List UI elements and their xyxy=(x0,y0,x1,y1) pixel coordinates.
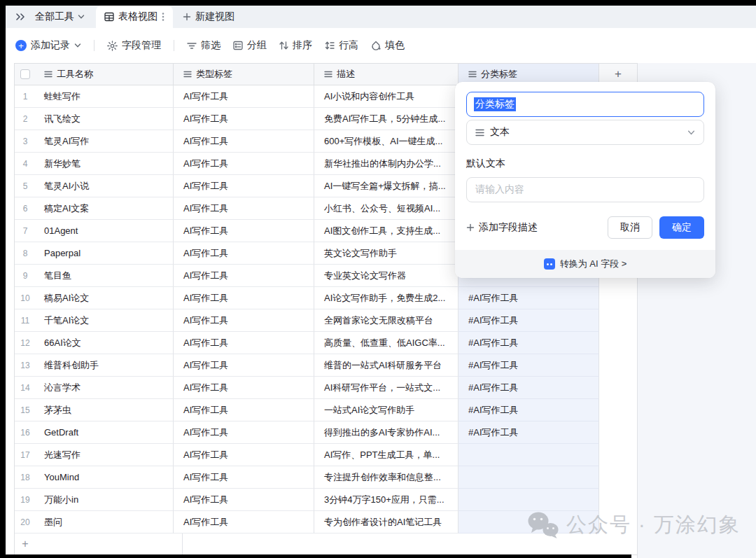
wechat-bubbles-icon xyxy=(527,511,559,539)
type-tag-cell[interactable]: AI写作工具 xyxy=(174,466,314,489)
type-tag-cell[interactable]: AI写作工具 xyxy=(174,153,314,175)
category-tag-cell[interactable] xyxy=(458,444,599,466)
sort-icon xyxy=(279,41,288,50)
field-name-input[interactable]: 分类标签 xyxy=(466,92,704,117)
row-height-icon xyxy=(325,41,335,50)
description-cell[interactable]: 专业英文论文写作器 xyxy=(314,265,458,287)
tool-name-cell[interactable]: 10稿易AI论文 xyxy=(15,287,174,309)
type-tag-cell[interactable]: AI写作工具 xyxy=(174,399,314,421)
tool-name-cell[interactable]: 2讯飞绘文 xyxy=(15,108,174,130)
description-cell[interactable]: AI图文创作工具，支持生成... xyxy=(314,220,458,242)
type-tag-cell[interactable]: AI写作工具 xyxy=(174,332,314,354)
type-tag-cell[interactable]: AI写作工具 xyxy=(174,85,314,108)
category-tag-cell[interactable]: #AI写作工具 xyxy=(458,332,599,354)
type-tag-cell[interactable]: AI写作工具 xyxy=(174,511,314,533)
description-cell[interactable]: AI论文写作助手，免费生成2... xyxy=(314,287,458,309)
row-height-button[interactable]: 行高 xyxy=(325,39,358,52)
category-tag-cell[interactable] xyxy=(458,489,599,511)
type-tag-cell[interactable]: AI写作工具 xyxy=(174,265,314,287)
description-cell[interactable]: 小红书、公众号、短视频AI... xyxy=(314,197,458,220)
description-cell[interactable]: AI科研写作平台，一站式文... xyxy=(314,377,458,399)
field-type-select[interactable]: 文本 xyxy=(466,120,704,145)
tool-name-cell[interactable]: 1蛙蛙写作 xyxy=(15,85,174,108)
default-text-input[interactable]: 请输入内容 xyxy=(466,177,704,202)
description-cell[interactable]: AI小说和内容创作工具 xyxy=(314,85,458,108)
type-tag-cell[interactable]: AI写作工具 xyxy=(174,489,314,511)
tool-name-cell[interactable]: 1266AI论文 xyxy=(15,332,174,354)
sort-button[interactable]: 排序 xyxy=(279,39,312,52)
description-cell[interactable]: 专为创作者设计的AI笔记工具 xyxy=(314,511,458,533)
type-tag-cell[interactable]: AI写作工具 xyxy=(174,354,314,377)
category-tag-cell[interactable]: #AI写作工具 xyxy=(458,309,599,332)
new-view-button[interactable]: 新建视图 xyxy=(173,11,244,23)
tool-name-cell[interactable]: 5笔灵AI小说 xyxy=(15,175,174,197)
description-cell[interactable]: 维普的一站式AI科研服务平台 xyxy=(314,354,458,377)
description-cell[interactable]: 600+写作模板、AI一键生成... xyxy=(314,130,458,153)
type-tag-cell[interactable]: AI写作工具 xyxy=(174,242,314,265)
category-tag-cell[interactable] xyxy=(458,466,599,489)
type-tag-cell[interactable]: AI写作工具 xyxy=(174,287,314,309)
tool-name-cell[interactable]: 701Agent xyxy=(15,220,174,242)
group-button[interactable]: 分组 xyxy=(233,39,267,52)
category-tag-cell[interactable]: #AI写作工具 xyxy=(458,421,599,444)
column-header-type-tag[interactable]: 类型标签 xyxy=(174,64,314,85)
tool-name-cell[interactable]: 6稿定AI文案 xyxy=(15,197,174,220)
description-cell[interactable]: 专注提升创作效率和信息整... xyxy=(314,466,458,489)
tab-menu-kebab-icon[interactable] xyxy=(162,12,164,22)
description-cell[interactable]: 3分钟4万字150+应用，只需... xyxy=(314,489,458,511)
tool-name-text: 蛙蛙写作 xyxy=(44,90,80,103)
type-tag-cell[interactable]: AI写作工具 xyxy=(174,220,314,242)
tool-name-cell[interactable]: 15茅茅虫 xyxy=(15,399,174,421)
tool-name-cell[interactable]: 18YouMind xyxy=(15,466,174,489)
add-record-button[interactable]: + 添加记录 xyxy=(15,39,81,52)
tool-name-cell[interactable]: 16GetDraft xyxy=(15,421,174,444)
sidebar-collapse-icon[interactable] xyxy=(15,12,27,22)
ai-field-icon xyxy=(544,258,555,270)
description-cell[interactable]: 新华社推出的体制内办公学... xyxy=(314,153,458,175)
filter-button[interactable]: 筛选 xyxy=(187,39,220,52)
tool-name-cell[interactable]: 17光速写作 xyxy=(15,444,174,466)
tool-name-cell[interactable]: 19万能小in xyxy=(15,489,174,511)
category-tag-cell[interactable]: #AI写作工具 xyxy=(458,354,599,377)
convert-to-ai-field-button[interactable]: 转换为 AI 字段 > xyxy=(455,250,715,278)
select-all-checkbox[interactable] xyxy=(20,69,30,79)
tool-name-cell[interactable]: 8Paperpal xyxy=(15,242,174,265)
tab-table-view[interactable]: 表格视图 xyxy=(96,6,173,28)
tool-name-cell[interactable]: 9笔目鱼 xyxy=(15,265,174,287)
description-cell[interactable]: AI一键写全篇+爆文拆解，搞... xyxy=(314,175,458,197)
type-tag-cell[interactable]: AI写作工具 xyxy=(174,130,314,153)
tool-name-cell[interactable]: 11千笔AI论文 xyxy=(15,309,174,332)
add-field-description-button[interactable]: 添加字段描述 xyxy=(466,221,608,234)
toolbar: + 添加记录 字段管理 筛选 分组 xyxy=(6,28,756,63)
description-cell[interactable]: 免费AI写作工具，5分钟生成... xyxy=(314,108,458,130)
tool-name-cell[interactable]: 13维普科创助手 xyxy=(15,354,174,377)
type-tag-cell[interactable]: AI写作工具 xyxy=(174,197,314,220)
description-cell[interactable]: AI写作、PPT生成工具，单... xyxy=(314,444,458,466)
tool-name-cell[interactable]: 20墨问 xyxy=(15,511,174,533)
tool-name-cell[interactable]: 4新华妙笔 xyxy=(15,153,174,175)
type-tag-cell[interactable]: AI写作工具 xyxy=(174,175,314,197)
description-cell[interactable]: 得到推出的多AI专家协作AI... xyxy=(314,421,458,444)
fill-color-button[interactable]: 填色 xyxy=(371,39,405,52)
confirm-button[interactable]: 确定 xyxy=(659,216,704,239)
type-tag-cell[interactable]: AI写作工具 xyxy=(174,377,314,399)
category-tag-cell[interactable]: #AI写作工具 xyxy=(458,377,599,399)
type-tag-cell[interactable]: AI写作工具 xyxy=(174,309,314,332)
tool-name-cell[interactable]: 14沁言学术 xyxy=(15,377,174,399)
description-cell[interactable]: 英文论文写作助手 xyxy=(314,242,458,265)
description-cell[interactable]: 高质量、低查重、低AIGC率... xyxy=(314,332,458,354)
table-switcher[interactable]: 全部工具 xyxy=(35,11,85,23)
category-tag-cell[interactable]: #AI写作工具 xyxy=(458,287,599,309)
type-tag-cell[interactable]: AI写作工具 xyxy=(174,444,314,466)
column-header-description[interactable]: 描述 xyxy=(314,64,458,85)
row-number: 8 xyxy=(15,249,36,258)
description-cell[interactable]: 一站式AI论文写作助手 xyxy=(314,399,458,421)
cancel-button[interactable]: 取消 xyxy=(608,216,652,239)
type-tag-cell[interactable]: AI写作工具 xyxy=(174,108,314,130)
type-tag-cell[interactable]: AI写作工具 xyxy=(174,421,314,444)
tool-name-cell[interactable]: 3笔灵AI写作 xyxy=(15,130,174,153)
description-cell[interactable]: 全网首家论文无限改稿平台 xyxy=(314,309,458,332)
category-tag-cell[interactable]: #AI写作工具 xyxy=(458,399,599,421)
field-manage-button[interactable]: 字段管理 xyxy=(107,39,161,52)
column-header-tool-name[interactable]: 工具名称 xyxy=(15,64,174,85)
